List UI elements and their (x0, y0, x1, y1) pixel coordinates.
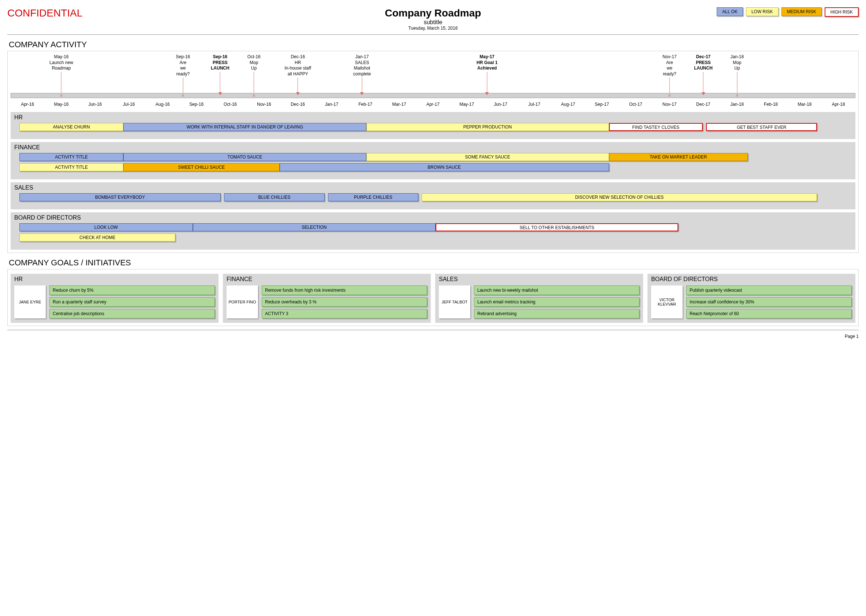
department-name: SALES (14, 184, 852, 191)
milestone: May-17HR Goal 1Achieved (476, 54, 497, 95)
month-label: Apr-16 (11, 102, 44, 107)
milestone: Nov-17Areweready?× (663, 54, 677, 99)
activity-bar: CHECK AT HOME (19, 234, 175, 242)
goal-item: Publish quarterly videocast (686, 286, 852, 295)
month-label: Sep-16 (180, 102, 214, 107)
activity-bar: ANALYSE CHURN (19, 123, 123, 131)
goal-department-name: SALES (439, 276, 640, 283)
goal-department-name: BOARD OF DIRECTORS (651, 276, 852, 283)
activity-bar: TAKE ON MARKET LEADER (609, 153, 748, 161)
department-name: BOARD OF DIRECTORS (14, 214, 852, 221)
activity-bar: BROWN SAUCE (280, 163, 609, 171)
goal-column: SALESJEFF TALBOTLaunch new bi-weekly mai… (435, 274, 643, 323)
milestone: Dec-17PRESSLAUNCH (694, 54, 713, 95)
month-label: Nov-17 (652, 102, 686, 107)
activity-bar: SOME FANCY SAUCE (366, 153, 609, 161)
department-section: SALESBOMBAST EVERYBODYBLUE CHILLIESPURPL… (11, 182, 855, 209)
month-label: Mar-17 (382, 102, 416, 107)
activity-bar: FIND TASTEY CLOVES (609, 123, 703, 131)
department-section: BOARD OF DIRECTORSLOOK LOWSELECTIONSELL … (11, 212, 855, 250)
month-label: May-16 (44, 102, 78, 107)
activity-bar: PEPPER PRODUCTION (366, 123, 609, 131)
confidential-label: CONFIDENTIAL (7, 7, 291, 19)
milestone: Jan-17SALESMailshotcomplete (353, 54, 371, 95)
goal-item: Rebrand advertising (474, 309, 640, 319)
goal-item: Remove funds from high risk investments (262, 286, 427, 295)
activity-bar: TOMATO SAUCE (123, 153, 366, 161)
milestone: Dec-16HRIn-house staffall HAPPY (284, 54, 311, 95)
goal-column: FINANCEPORTER FINORemove funds from high… (223, 274, 431, 323)
page-subtitle: subtitle (291, 19, 575, 26)
timeline-months: Apr-16May-16Jun-16Jul-16Aug-16Sep-16Oct-… (11, 102, 855, 107)
activity-bar: GET BEST STAFF EVER (706, 123, 817, 131)
activity-bar: SELL TO OTHER ESTABLISHMENTS (435, 223, 678, 231)
activity-row: CHECK AT HOME (19, 234, 852, 242)
department-name: FINANCE (14, 144, 852, 151)
page-number: Page 1 (7, 334, 859, 339)
goal-item: Reduce overheads by 3 % (262, 297, 427, 307)
goal-column: BOARD OF DIRECTORSVICTOR KLEVVARPublish … (648, 274, 855, 323)
goal-item: Run a quarterly staff survey (49, 297, 215, 307)
company-activity-heading: COMPANY ACTIVITY (9, 40, 859, 49)
goal-column: HRJANE EYREReduce churn by 5%Run a quart… (11, 274, 218, 323)
timeline-bar (11, 93, 855, 98)
milestone: Oct-16MopUp× (247, 54, 261, 99)
department-section: HRANALYSE CHURNWORK WITH INTERNAL STAFF … (11, 112, 855, 139)
goal-department-name: HR (14, 276, 215, 283)
activity-bar: ACTIVITY TITLE (19, 163, 123, 171)
month-label: Dec-16 (281, 102, 315, 107)
goal-owner: VICTOR KLEVVAR (651, 286, 683, 319)
goal-owner: JEFF TALBOT (439, 286, 470, 319)
month-label: May-17 (450, 102, 484, 107)
month-label: Apr-17 (416, 102, 450, 107)
goal-department-name: FINANCE (226, 276, 427, 283)
month-label: Jun-17 (484, 102, 517, 107)
goal-item: Reduce churn by 5% (49, 286, 215, 295)
month-label: Jul-17 (517, 102, 551, 107)
risk-legend: ALL OK LOW RISK MEDIUM RISK HIGH RISK (575, 7, 859, 17)
legend-all-ok: ALL OK (717, 7, 743, 16)
activity-bar: WORK WITH INTERNAL STAFF IN DANGER OF LE… (123, 123, 366, 131)
goal-item: Reach Netpromoter of 60 (686, 309, 852, 319)
activity-bar: LOOK LOW (19, 223, 193, 231)
department-name: HR (14, 114, 852, 121)
company-goals-panel: HRJANE EYREReduce churn by 5%Run a quart… (7, 269, 859, 326)
activity-bar: DISCOVER NEW SELECTION OF CHILLIES (422, 193, 817, 201)
legend-high-risk: HIGH RISK (825, 7, 859, 17)
month-label: Oct-17 (619, 102, 652, 107)
page-date: Tuesday, March 15, 2016 (291, 26, 575, 31)
legend-medium-risk: MEDIUM RISK (781, 7, 822, 16)
month-label: Jun-16 (78, 102, 112, 107)
activity-bar: BOMBAST EVERYBODY (19, 193, 221, 201)
milestone: Jan-18MopUp× (731, 54, 744, 99)
month-label: Mar-18 (788, 102, 821, 107)
milestone: Sep-16PRESSLAUNCH (211, 54, 229, 95)
activity-bar: BLUE CHILLIES (224, 193, 325, 201)
activity-bar: ACTIVITY TITLE (19, 153, 123, 161)
activity-row: BOMBAST EVERYBODYBLUE CHILLIESPURPLE CHI… (19, 193, 852, 202)
timeline: Apr-16May-16Jun-16Jul-16Aug-16Sep-16Oct-… (11, 54, 855, 109)
goal-owner: JANE EYRE (14, 286, 46, 319)
goal-item: ACTIVITY 3 (262, 309, 427, 319)
month-label: Feb-18 (754, 102, 788, 107)
activity-row: ACTIVITY TITLESWEET CHILLI SAUCEBROWN SA… (19, 163, 852, 172)
activity-row: LOOK LOWSELECTIONSELL TO OTHER ESTABLISH… (19, 223, 852, 232)
month-label: Apr-18 (822, 102, 855, 107)
goal-item: Launch new bi-weekly mailshot (474, 286, 640, 295)
month-label: Feb-17 (349, 102, 382, 107)
milestone: May-16Launch newRoadmap× (49, 54, 73, 99)
activity-row: ANALYSE CHURNWORK WITH INTERNAL STAFF IN… (19, 123, 852, 132)
month-label: Jul-16 (112, 102, 146, 107)
month-label: Dec-17 (686, 102, 720, 107)
month-label: Oct-16 (214, 102, 247, 107)
goal-item: Centralise job descriptions (49, 309, 215, 319)
activity-row: ACTIVITY TITLETOMATO SAUCESOME FANCY SAU… (19, 153, 852, 162)
department-section: FINANCEACTIVITY TITLETOMATO SAUCESOME FA… (11, 142, 855, 179)
month-label: Aug-17 (551, 102, 585, 107)
goal-item: Launch email metrics tracking (474, 297, 640, 307)
activity-bar: SELECTION (193, 223, 435, 231)
month-label: Jan-17 (315, 102, 349, 107)
month-label: Nov-16 (247, 102, 281, 107)
legend-low-risk: LOW RISK (746, 7, 778, 16)
goal-owner: PORTER FINO (226, 286, 258, 319)
